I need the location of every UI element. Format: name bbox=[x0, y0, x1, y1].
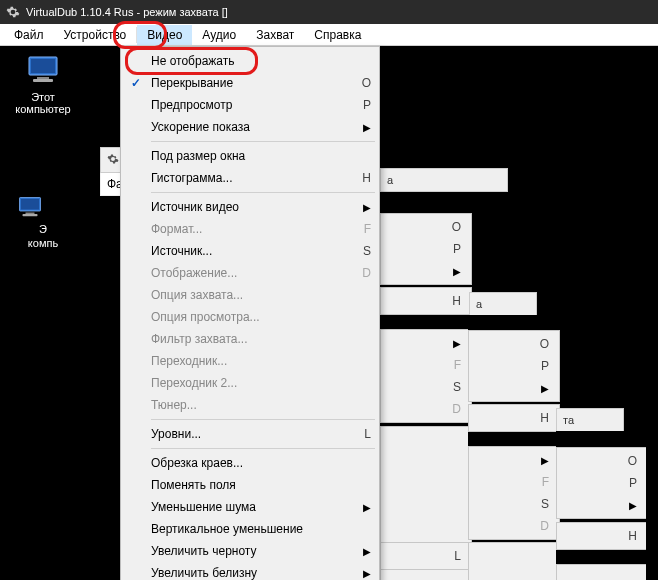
menu-item-fragment: D bbox=[381, 398, 471, 420]
menu-item[interactable]: Обрезка краев... bbox=[123, 452, 377, 474]
desktop-icon-fragment: Э компь bbox=[18, 223, 68, 249]
menu-separator bbox=[151, 448, 375, 449]
fragment-black-1 bbox=[380, 191, 480, 215]
desktop-icon-this-pc[interactable]: Этот компьютер bbox=[8, 55, 78, 115]
menu-item-fragment: F bbox=[469, 471, 559, 493]
menu-separator bbox=[151, 192, 375, 193]
chevron-right-icon: ▶ bbox=[363, 546, 371, 557]
menu-item-label: Переходник... bbox=[151, 354, 371, 368]
menu-item-label: Не отображать bbox=[151, 54, 371, 68]
menu-item[interactable]: ✓ПерекрываниеO bbox=[123, 72, 377, 94]
menu-item-fragment: H bbox=[557, 525, 647, 547]
menu-item-fragment: O bbox=[469, 333, 559, 355]
chevron-right-icon: ▶ bbox=[541, 455, 549, 466]
menu-item: Формат...F bbox=[123, 218, 377, 240]
menu-fragment-r2-3: ▶FSD bbox=[468, 446, 560, 540]
menu-separator bbox=[151, 419, 375, 420]
chevron-right-icon: ▶ bbox=[363, 202, 371, 213]
chevron-right-icon: ▶ bbox=[363, 502, 371, 513]
menu-item-label: Перекрывание bbox=[151, 76, 362, 90]
menu-fragment-2: H bbox=[380, 287, 472, 315]
menu-item-label: Обрезка краев... bbox=[151, 456, 371, 470]
menu-item[interactable]: Не отображать bbox=[123, 50, 377, 72]
chevron-right-icon: ▶ bbox=[363, 122, 371, 133]
menu-item-fragment: P bbox=[469, 355, 559, 377]
menu-audio[interactable]: Аудио bbox=[192, 25, 246, 45]
menu-item[interactable]: ПредпросмотрP bbox=[123, 94, 377, 116]
fragment-title-text-2: а bbox=[476, 298, 482, 310]
menu-item-label: Уменьшение шума bbox=[151, 500, 355, 514]
menu-item-accel: P bbox=[363, 98, 371, 112]
fragment-black-0 bbox=[380, 147, 658, 168]
menu-fragment-r2-2: H bbox=[468, 404, 560, 432]
menu-item[interactable]: Гистограмма...H bbox=[123, 167, 377, 189]
menu-item: Отображение...D bbox=[123, 262, 377, 284]
app-icon bbox=[6, 5, 20, 19]
menu-file[interactable]: Файл bbox=[4, 25, 54, 45]
menu-item-accel: D bbox=[362, 266, 371, 280]
desk-frag-line1: Э bbox=[18, 223, 68, 235]
menu-item-fragment: O bbox=[381, 216, 471, 238]
video-dropdown-menu: Не отображать✓ПерекрываниеOПредпросмотрP… bbox=[120, 46, 380, 580]
menu-item-label: Источник... bbox=[151, 244, 363, 258]
menu-item-fragment: ▶ bbox=[557, 494, 647, 516]
svg-rect-6 bbox=[26, 213, 35, 215]
menu-item-label: Ускорение показа bbox=[151, 120, 355, 134]
fragment-black-2 bbox=[468, 214, 658, 293]
menu-item[interactable]: Увеличить белизну▶ bbox=[123, 562, 377, 580]
chevron-right-icon: ▶ bbox=[363, 568, 371, 579]
menu-item-label: Гистограмма... bbox=[151, 171, 362, 185]
menu-item-label: Переходник 2... bbox=[151, 376, 371, 390]
menu-item[interactable]: Уменьшение шума▶ bbox=[123, 496, 377, 518]
menu-item-label: Опция просмотра... bbox=[151, 310, 371, 324]
menu-capture[interactable]: Захват bbox=[246, 25, 304, 45]
fragment-black-6b bbox=[556, 549, 658, 565]
menu-item[interactable]: Источник...S bbox=[123, 240, 377, 262]
menu-item-fragment: S bbox=[469, 493, 559, 515]
computer-icon-fragment bbox=[14, 196, 46, 220]
menu-item-label: Вертикальное уменьшение bbox=[151, 522, 371, 536]
desktop-icon-label-2: компьютер bbox=[8, 103, 78, 115]
menu-item[interactable]: Под размер окна bbox=[123, 145, 377, 167]
menu-item[interactable]: Уровни...L bbox=[123, 423, 377, 445]
menu-item-label: Тюнер... bbox=[151, 398, 371, 412]
menu-item[interactable]: Увеличить черноту▶ bbox=[123, 540, 377, 562]
menu-video[interactable]: Видео bbox=[137, 25, 192, 45]
menu-item[interactable]: Вертикальное уменьшение bbox=[123, 518, 377, 540]
fragment-black-6 bbox=[556, 431, 658, 448]
fragment-titlebar-1: а bbox=[380, 168, 508, 192]
chevron-right-icon: ▶ bbox=[453, 266, 461, 277]
menu-item-label: Увеличить черноту bbox=[151, 544, 355, 558]
svg-rect-7 bbox=[23, 214, 38, 216]
menu-help[interactable]: Справка bbox=[304, 25, 371, 45]
menu-item-fragment: S bbox=[381, 376, 471, 398]
menu-item-fragment: F bbox=[381, 354, 471, 376]
sub-window-content bbox=[100, 194, 122, 580]
menu-fragment-1: OP▶ bbox=[380, 213, 472, 285]
fragment-titlebar-3: та bbox=[556, 408, 624, 432]
menu-item[interactable]: Источник видео▶ bbox=[123, 196, 377, 218]
menu-item-label: Увеличить белизну bbox=[151, 566, 355, 580]
desk-frag-line2: компь bbox=[18, 237, 68, 249]
menu-item-fragment: P bbox=[557, 472, 647, 494]
menu-item-fragment: D bbox=[469, 515, 559, 537]
menu-item-fragment: ▶ bbox=[381, 332, 471, 354]
menu-item-fragment: ▶ bbox=[381, 260, 471, 282]
svg-rect-1 bbox=[31, 59, 55, 73]
menu-item-label: Формат... bbox=[151, 222, 364, 236]
menu-item-label: Под размер окна bbox=[151, 149, 371, 163]
menu-item-fragment: L bbox=[381, 545, 471, 567]
menu-item-fragment: P bbox=[381, 238, 471, 260]
fragment-black-3 bbox=[468, 315, 558, 331]
menu-device[interactable]: Устройство bbox=[54, 25, 137, 45]
menu-fragment-4: L bbox=[380, 542, 472, 570]
menu-item[interactable]: Ускорение показа▶ bbox=[123, 116, 377, 138]
menu-item-fragment: ▶ bbox=[469, 377, 559, 399]
chevron-right-icon: ▶ bbox=[541, 383, 549, 394]
menu-item: Опция захвата... bbox=[123, 284, 377, 306]
menubar: Файл Устройство Видео Аудио Захват Справ… bbox=[0, 24, 658, 46]
menu-fragment-r3-3 bbox=[556, 564, 648, 580]
fragment-black-4 bbox=[556, 293, 658, 409]
fragment-title-text-3: та bbox=[563, 414, 574, 426]
menu-item[interactable]: Поменять поля bbox=[123, 474, 377, 496]
